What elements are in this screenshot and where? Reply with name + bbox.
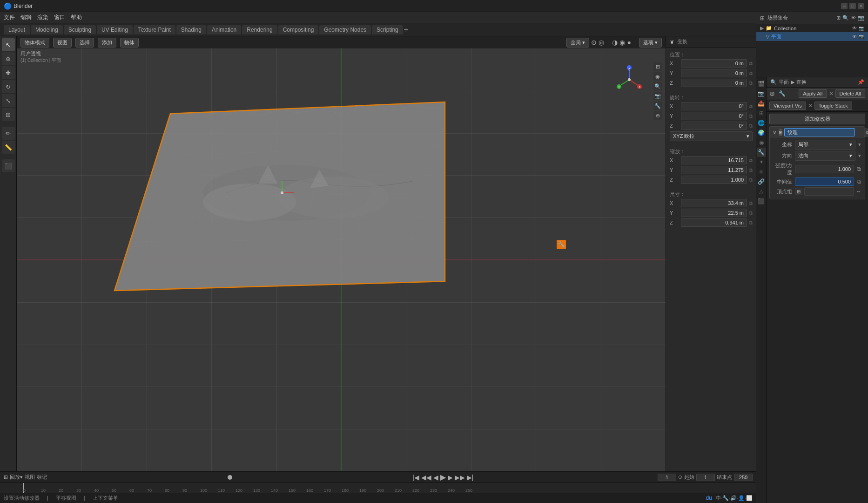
anim-menu[interactable]: ⊞ [4, 474, 8, 480]
global-local-button[interactable]: 全局 ▾ [566, 38, 589, 48]
scale-z-copy[interactable]: ⧉ [749, 177, 753, 183]
displace-dots[interactable]: ⋯ [857, 129, 862, 136]
toggle-stack-button[interactable]: Toggle Stack [814, 102, 852, 110]
tool-rotate[interactable]: ↻ [2, 80, 15, 93]
add-modifier-button[interactable]: 添加修改器 [769, 114, 865, 124]
tool-add-cube[interactable]: ⬛ [2, 159, 15, 172]
rotation-y-copy[interactable]: ⧉ [749, 113, 753, 119]
minimize-button[interactable]: ─ [841, 3, 848, 9]
col-eye[interactable]: 👁 [852, 26, 857, 31]
rotation-x-value[interactable]: 0° [681, 102, 747, 110]
anim-view[interactable]: 视图 [25, 474, 35, 481]
overlay-icon-2[interactable]: ◉ [653, 72, 662, 81]
menu-window[interactable]: 窗口 [54, 14, 65, 21]
viewport-mode-button[interactable]: 物体模式 [20, 38, 49, 48]
viewport[interactable]: 物体模式 视图 选择 添加 物体 全局 ▾ ⊙ ◎ ◑ ◉ ● 选项 ▾ [17, 36, 666, 471]
pp-icon-render[interactable]: 📷 [757, 89, 766, 98]
play-button[interactable]: ▶ [440, 473, 446, 482]
tab-modeling[interactable]: Modeling [31, 25, 63, 34]
menu-file[interactable]: 文件 [4, 14, 15, 21]
tab-geometry-nodes[interactable]: Geometry Nodes [319, 25, 371, 34]
displace-name-input[interactable] [784, 128, 855, 136]
scale-x-value[interactable]: 16.715 [681, 156, 747, 164]
render-mode-rendered[interactable]: ● [627, 39, 631, 46]
location-z-value[interactable]: 0 m [681, 79, 747, 87]
tool-select[interactable]: ↖ [2, 38, 15, 51]
step-forward[interactable]: ▶ [448, 474, 453, 481]
jump-start[interactable]: |◀ [412, 474, 419, 481]
outliner-plane[interactable]: ▽ 平面 👁 📷 [756, 32, 868, 41]
outliner-eye[interactable]: 👁 [851, 15, 856, 21]
menu-edit[interactable]: 编辑 [20, 14, 32, 21]
anim-markers[interactable]: 标记 [37, 474, 47, 481]
maximize-button[interactable]: □ [849, 3, 856, 9]
displace-coords-dropdown[interactable]: 局部 ▾ [795, 140, 855, 150]
tab-uv-editing[interactable]: UV Editing [97, 25, 133, 34]
location-z-copy[interactable]: ⧉ [749, 80, 753, 86]
viewport-vis-x[interactable]: ✕ [808, 102, 813, 109]
pp-icon-view-layer[interactable]: ⊞ [757, 109, 766, 118]
dim-z-value[interactable]: 0.941 m [681, 218, 747, 227]
displace-midlevel-value[interactable]: 0.500 [795, 177, 854, 186]
apply-all-button[interactable]: Apply All [799, 89, 827, 98]
overlay-icon-4[interactable]: 📷 [653, 92, 662, 100]
snap-icon[interactable]: ⊙ [591, 39, 597, 46]
tool-annotate[interactable]: ✏ [2, 127, 15, 140]
pp-icon-object[interactable]: ◉ [757, 138, 766, 147]
scale-z-value[interactable]: 1.000 [681, 176, 747, 184]
rotation-x-copy[interactable]: ⧉ [749, 103, 753, 109]
overlay-icon-5[interactable]: 🔧 [653, 102, 662, 110]
prev-keyframe[interactable]: ◀◀ [421, 474, 431, 481]
plane-render[interactable]: 📷 [859, 34, 864, 39]
pp-icon-scene[interactable]: 🎬 [757, 79, 766, 88]
viewport-vis-button[interactable]: Viewport Vis [769, 102, 806, 110]
rotation-z-value[interactable]: 0° [681, 122, 747, 130]
viewport-view-button[interactable]: 视图 [53, 38, 72, 48]
scale-x-copy[interactable]: ⧉ [749, 157, 753, 163]
breadcrumb-search[interactable]: 🔍 [770, 79, 777, 85]
displace-copy[interactable]: ⧉ [864, 129, 868, 136]
tab-layout[interactable]: Layout [4, 25, 30, 34]
dim-y-value[interactable]: 22.5 m [681, 209, 747, 217]
col-render[interactable]: 📷 [859, 26, 864, 31]
location-y-copy[interactable]: ⧉ [749, 70, 753, 76]
displace-midlevel-copy[interactable]: ⧉ [857, 178, 861, 185]
tool-transform[interactable]: ⊞ [2, 108, 15, 121]
pp-icon-constraints[interactable]: 🔗 [757, 177, 766, 186]
viewport-add-button[interactable]: 添加 [98, 38, 116, 48]
tab-sculpting[interactable]: Sculpting [64, 25, 96, 34]
vgroup-arrows[interactable]: ↔ [856, 189, 861, 194]
options-button[interactable]: 选项 ▾ [639, 38, 662, 48]
playback-type[interactable]: 回放▾ [10, 474, 23, 481]
displace-direction-dropdown[interactable]: 法向 ▾ [795, 151, 855, 161]
dim-x-copy[interactable]: ⧉ [749, 200, 753, 206]
tab-rendering[interactable]: Rendering [242, 25, 277, 34]
location-x-copy[interactable]: ⧉ [749, 61, 753, 67]
pp-icon-data[interactable]: △ [757, 187, 766, 196]
apply-all-x[interactable]: ✕ [829, 90, 834, 97]
viewport-canvas[interactable]: 用户透视 (1) Collection | 平面 [17, 48, 666, 471]
tool-measure[interactable]: 📏 [2, 141, 15, 154]
delete-all-button[interactable]: Delete All [835, 89, 865, 98]
location-y-value[interactable]: 0 m [681, 69, 747, 77]
pp-icon-physics[interactable]: ⚛ [757, 167, 766, 177]
pp-icon-material[interactable]: ⬛ [757, 197, 766, 206]
viewport-select-button[interactable]: 选择 [75, 38, 94, 48]
displace-expand[interactable]: ∨ [773, 129, 777, 136]
outliner-filter[interactable]: ⊞ [836, 15, 841, 21]
tab-animation[interactable]: Animation [207, 25, 241, 34]
tab-compositing[interactable]: Compositing [278, 25, 319, 34]
viewport-object-button[interactable]: 物体 [120, 38, 139, 48]
current-frame[interactable]: 1 [658, 474, 676, 481]
tab-shading[interactable]: Shading [176, 25, 206, 34]
overlay-icon-6[interactable]: ⊕ [653, 111, 662, 120]
plane-eye[interactable]: 👁 [852, 34, 857, 39]
pp-icon-scene2[interactable]: 🌐 [757, 118, 766, 128]
outliner-search[interactable]: 🔍 [842, 15, 849, 21]
rotation-z-copy[interactable]: ⧉ [749, 123, 753, 129]
tool-cursor[interactable]: ⊕ [2, 52, 15, 65]
next-keyframe[interactable]: ▶▶ [455, 474, 465, 481]
tool-move[interactable]: ✚ [2, 66, 15, 79]
displace-strength-copy[interactable]: ⧉ [857, 166, 861, 172]
render-mode-material[interactable]: ◉ [619, 39, 625, 46]
